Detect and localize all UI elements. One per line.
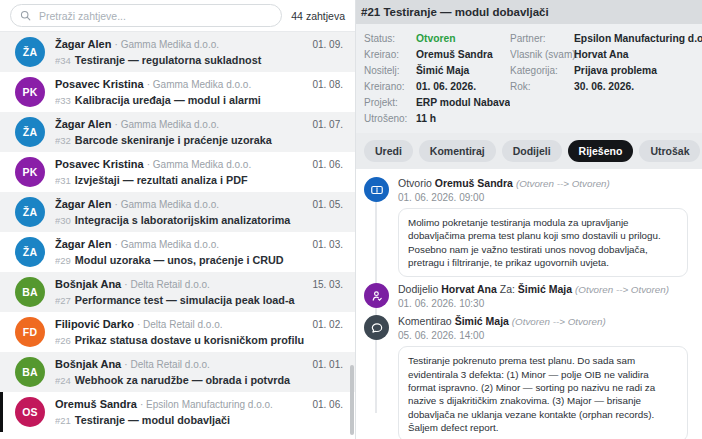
ticket-id: #34 <box>55 55 71 66</box>
ticket-date: 01. 06. <box>312 159 343 170</box>
avatar: ŽA <box>15 197 45 227</box>
event-datetime: 01. 06. 2026. 09:00 <box>398 192 692 203</box>
ticket-id: #24 <box>55 375 71 386</box>
ticket-detail-title: #21 Testiranje — modul dobavljači <box>356 0 702 24</box>
ticket-count: 44 zahtjeva <box>291 10 345 22</box>
ticket-list-item[interactable]: OS 01. 06. Oremuš Sandra Epsilon Manufac… <box>0 392 355 432</box>
action-button[interactable]: Riješeno <box>568 140 634 162</box>
avatar: OS <box>15 397 45 427</box>
ticket-list-item[interactable]: BA 15. 03. Bošnjak Ana Delta Retail d.o.… <box>0 272 355 312</box>
ticket-id: #30 <box>55 215 71 226</box>
ticket-requester-name: Bošnjak Ana <box>55 278 121 290</box>
ticket-list-item[interactable]: ŽA 01. 03. Žagar Alen Gamma Medika d.o.o… <box>0 232 355 272</box>
ticket-id: #29 <box>55 255 71 266</box>
detail-field: Vlasnik (svam):Horvat Ana <box>510 46 702 62</box>
ticket-list-item[interactable]: FD 01. 02. Filipović Darko Delta Retail … <box>0 312 355 352</box>
field-label: Kategorija: <box>510 64 574 78</box>
detail-fields-left: Status:Otvoren Kreirao:Oremuš Sandra Nos… <box>364 30 510 126</box>
ticket-date: 01. 08. <box>312 79 343 90</box>
comment-icon <box>364 315 389 340</box>
ticket-company: Epsilon Manufacturing d.o.o. <box>140 399 273 410</box>
timeline-event: Komentirao Šimić Maja (Otvoren --> Otvor… <box>364 315 692 439</box>
detail-field: Utrošeno:11 h <box>364 110 510 126</box>
field-label: Partner: <box>510 32 574 46</box>
ticket-requester-name: Posavec Kristina <box>55 158 144 170</box>
action-button[interactable]: Dodijeli <box>502 140 562 162</box>
detail-field: Kreirano:01. 06. 2026. <box>364 78 510 94</box>
event-header: Dodijelio Horvat Ana Za: Šimić Maja (Otv… <box>398 283 692 296</box>
field-label: Kreirano: <box>364 80 416 94</box>
ticket-title: Prikaz statusa dostave u korisničkom pro… <box>75 334 304 346</box>
event-timeline: Otvorio Oremuš Sandra (Otvoren --> Otvor… <box>356 169 702 439</box>
ticket-list-item[interactable]: ŽA 01. 09. Žagar Alen Gamma Medika d.o.o… <box>0 32 355 72</box>
ticket-date: 01. 06. <box>312 399 343 410</box>
app-window: 44 zahtjeva ŽA 01. 09. Žagar Alen Gamma … <box>0 0 702 439</box>
timeline-event: Dodijelio Horvat Ana Za: Šimić Maja (Otv… <box>364 283 692 309</box>
ticket-id: #33 <box>55 95 71 106</box>
field-value: Horvat Ana <box>574 49 629 60</box>
ticket-list-item[interactable]: ŽA 01. 07. Žagar Alen Gamma Medika d.o.o… <box>0 112 355 152</box>
ticket-title: Izvještaji — rezultati analiza i PDF <box>75 174 248 186</box>
action-button[interactable]: Utrošak <box>639 140 700 162</box>
ticket-company: Delta Retail d.o.o. <box>137 319 223 330</box>
ticket-title: Integracija s laboratorijskim analizator… <box>75 214 290 226</box>
ticket-company: Delta Retail d.o.o. <box>124 359 210 370</box>
ticket-list-item[interactable]: PK 01. 06. Posavec Kristina Gamma Medika… <box>0 152 355 192</box>
field-label: Projekt: <box>364 96 416 110</box>
action-button[interactable]: Uredi <box>364 140 413 162</box>
search-input[interactable] <box>10 4 282 27</box>
ticket-date: 01. 05. <box>312 199 343 210</box>
field-value: 30. 06. 2026. <box>574 81 634 92</box>
action-button[interactable]: Komentiraj <box>419 140 496 162</box>
detail-field: Nositelj:Šimić Maja <box>364 62 510 78</box>
detail-field: Kategorija:Prijava problema <box>510 62 702 78</box>
field-value: Otvoren <box>416 33 455 44</box>
ticket-title: Webhook za narudžbe — obrada i potvrda <box>75 374 290 386</box>
ticket-requester-name: Žagar Alen <box>55 238 111 250</box>
detail-field: Partner:Epsilon Manufacturing d.o.o. <box>510 30 702 46</box>
avatar: PK <box>15 157 45 187</box>
ticket-date: 01. 02. <box>312 319 343 330</box>
ticket-id: #21 <box>55 415 71 426</box>
event-header: Komentirao Šimić Maja (Otvoren --> Otvor… <box>398 315 692 328</box>
field-value: 11 h <box>416 113 436 124</box>
ticket-requester-name: Žagar Alen <box>55 38 111 50</box>
ticket-list: ŽA 01. 09. Žagar Alen Gamma Medika d.o.o… <box>0 32 355 439</box>
ticket-company: Gamma Medika d.o.o. <box>147 79 251 90</box>
ticket-requester-name: Filipović Darko <box>55 318 134 330</box>
field-label: Vlasnik (svam): <box>510 48 574 62</box>
avatar: ŽA <box>15 37 45 67</box>
avatar: PK <box>15 77 45 107</box>
ticket-date: 01. 03. <box>312 239 343 250</box>
ticket-date: 01. 07. <box>312 119 343 130</box>
field-value: Epsilon Manufacturing d.o.o. <box>574 33 702 44</box>
ticket-date: 15. 03. <box>312 279 343 290</box>
field-value: Šimić Maja <box>416 65 469 76</box>
ticket-detail-fields: Status:Otvoren Kreirao:Oremuš Sandra Nos… <box>356 24 702 133</box>
avatar: ŽA <box>15 117 45 147</box>
ticket-requester-name: Posavec Kristina <box>55 78 144 90</box>
ticket-company: Gamma Medika d.o.o. <box>115 39 219 50</box>
ticket-company: Gamma Medika d.o.o. <box>115 199 219 210</box>
left-panel-scrollbar[interactable] <box>350 365 354 435</box>
ticket-requester-name: Bošnjak Ana <box>55 358 121 370</box>
field-value: ERP modul Nabava <box>416 97 510 108</box>
ticket-id: #32 <box>55 135 71 146</box>
ticket-company: Gamma Medika d.o.o. <box>115 119 219 130</box>
search-icon <box>19 9 32 22</box>
ticket-title: Modul uzoraka — unos, praćenje i CRUD <box>75 254 284 266</box>
ticket-list-item[interactable]: ŽA 01. 05. Žagar Alen Gamma Medika d.o.o… <box>0 192 355 232</box>
ticket-id: #26 <box>55 335 71 346</box>
detail-field: Rok:30. 06. 2026. <box>510 78 702 94</box>
ticket-list-item[interactable]: BA 01. 01. Bošnjak Ana Delta Retail d.o.… <box>0 352 355 392</box>
ticket-date: 01. 09. <box>312 39 343 50</box>
field-value: Oremuš Sandra <box>416 49 493 60</box>
field-label: Utrošeno: <box>364 112 416 126</box>
ticket-list-panel: 44 zahtjeva ŽA 01. 09. Žagar Alen Gamma … <box>0 0 356 439</box>
event-header: Otvorio Oremuš Sandra (Otvoren --> Otvor… <box>398 177 692 190</box>
ticket-detail-panel: #21 Testiranje — modul dobavljači Status… <box>356 0 702 439</box>
ticket-list-item[interactable]: PK 01. 08. Posavec Kristina Gamma Medika… <box>0 72 355 112</box>
detail-field: Status:Otvoren <box>364 30 510 46</box>
event-message: Testiranje pokrenuto prema test planu. D… <box>398 346 688 439</box>
field-label: Kreirao: <box>364 48 416 62</box>
